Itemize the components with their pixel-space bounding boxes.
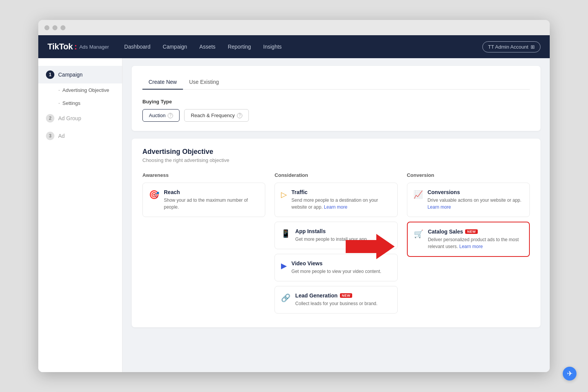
video-views-title: Video Views — [291, 260, 381, 266]
catalog-sales-icon: 🛒 — [414, 229, 423, 238]
obj-card-traffic[interactable]: ▷ Traffic Send more people to a destinat… — [274, 183, 397, 217]
catalog-sales-content: Catalog Sales NEW Deliver personalized p… — [428, 229, 523, 250]
nav-insights[interactable]: Insights — [263, 44, 282, 50]
app-installs-content: App Installs Get more people to install … — [295, 228, 368, 243]
reach-info-icon[interactable]: ? — [237, 113, 242, 118]
awareness-category: Awareness 🎯 Reach Show your ad to the ma… — [142, 172, 265, 222]
reach-icon: 🎯 — [149, 190, 159, 200]
step-badge-2: 2 — [46, 114, 54, 122]
lead-gen-content: Lead Generation NEW Collect leads for yo… — [295, 292, 377, 307]
nav-links: Dashboard Campaign Assets Reporting Insi… — [124, 44, 482, 50]
auction-info-icon[interactable]: ? — [168, 113, 173, 118]
send-icon: ✈ — [567, 369, 573, 378]
auction-label: Auction — [149, 113, 165, 118]
conversions-content: Conversions Drive valuable actions on yo… — [428, 189, 523, 211]
conversions-title: Conversions — [428, 189, 523, 195]
account-area: TT Admin Account ⊞ — [482, 41, 541, 52]
buying-btn-reach[interactable]: Reach & Frequency ? — [184, 109, 249, 122]
obj-panel: Advertising Objective Choosing the right… — [132, 139, 541, 327]
floating-help-button[interactable]: ✈ — [563, 367, 577, 381]
buying-type-label: Buying Type — [142, 99, 530, 105]
awareness-label: Awareness — [142, 172, 265, 178]
video-views-icon: ▶ — [281, 261, 287, 270]
conversions-icon: 📈 — [413, 190, 423, 199]
catalog-sales-new-badge: NEW — [465, 229, 478, 234]
obj-subtitle: Choosing the right advertising objective — [142, 157, 530, 163]
sub-label-settings: Settings — [62, 100, 80, 106]
traffic-light-1 — [44, 25, 49, 30]
app-installs-title: App Installs — [295, 228, 368, 234]
content-area: Create New Use Existing Buying Type Auct… — [122, 58, 550, 372]
tab-create-new[interactable]: Create New — [142, 75, 183, 90]
reach-desc: Show your ad to the maximum number of pe… — [164, 197, 259, 211]
sidebar-sub-advertising-objective[interactable]: Advertising Objective — [38, 83, 122, 96]
tab-row: Create New Use Existing — [142, 75, 530, 90]
nav-dashboard[interactable]: Dashboard — [124, 44, 151, 50]
nav-reporting[interactable]: Reporting — [228, 44, 251, 50]
obj-categories: Awareness 🎯 Reach Show your ad to the ma… — [142, 172, 530, 318]
nav-campaign[interactable]: Campaign — [163, 44, 187, 50]
conversion-label: Conversion — [407, 172, 530, 178]
consideration-label: Consideration — [274, 172, 397, 178]
obj-card-conversions[interactable]: 📈 Conversions Drive valuable actions on … — [407, 183, 530, 217]
sidebar-label-adgroup: Ad Group — [58, 115, 81, 121]
account-button[interactable]: TT Admin Account ⊞ — [482, 41, 541, 52]
buying-btn-auction[interactable]: Auction ? — [142, 109, 180, 122]
reach-title: Reach — [164, 189, 259, 195]
app-installs-desc: Get more people to install your app. — [295, 236, 368, 243]
catalog-sales-title: Catalog Sales NEW — [428, 229, 523, 235]
video-views-desc: Get more people to view your video conte… — [291, 268, 381, 275]
sidebar-item-campaign[interactable]: 1 Campaign — [38, 66, 122, 83]
catalog-sales-desc: Deliver personalized product ads to the … — [428, 236, 523, 250]
traffic-learn-more[interactable]: Learn more — [324, 204, 347, 210]
obj-card-lead-gen[interactable]: 🔗 Lead Generation NEW Collect leads for … — [274, 286, 397, 314]
sidebar-label-campaign: Campaign — [58, 72, 83, 78]
traffic-desc: Send more people to a destination on you… — [291, 197, 391, 211]
step-badge-1: 1 — [46, 70, 54, 79]
sub-label-advertising: Advertising Objective — [62, 87, 109, 93]
traffic-title: Traffic — [291, 189, 391, 195]
sidebar-item-ad[interactable]: 3 Ad — [38, 127, 122, 145]
lead-gen-desc: Collect leads for your business or brand… — [295, 300, 377, 307]
traffic-content: Traffic Send more people to a destinatio… — [291, 189, 391, 211]
account-label: TT Admin Account — [488, 44, 528, 50]
main-layout: 1 Campaign Advertising Objective Setting… — [38, 58, 550, 372]
reach-content: Reach Show your ad to the maximum number… — [164, 189, 259, 211]
obj-card-reach[interactable]: 🎯 Reach Show your ad to the maximum numb… — [142, 183, 265, 217]
nav-assets[interactable]: Assets — [199, 44, 216, 50]
sidebar-label-ad: Ad — [58, 133, 65, 139]
video-views-content: Video Views Get more people to view your… — [291, 260, 381, 275]
step-badge-3: 3 — [46, 132, 54, 140]
sidebar-item-adgroup[interactable]: 2 Ad Group — [38, 109, 122, 127]
traffic-light-2 — [52, 25, 57, 30]
obj-card-catalog-sales[interactable]: 🛒 Catalog Sales NEW Deliver personalized… — [407, 222, 530, 257]
navbar: TikTok: Ads Manager Dashboard Campaign A… — [38, 35, 550, 58]
obj-card-app-installs[interactable]: 📱 App Installs Get more people to instal… — [274, 222, 397, 249]
obj-title: Advertising Objective — [142, 148, 530, 156]
title-bar — [38, 20, 550, 35]
app-window: TikTok: Ads Manager Dashboard Campaign A… — [38, 20, 550, 372]
conversions-desc: Drive valuable actions on your website o… — [428, 197, 523, 211]
sidebar-sub-settings[interactable]: Settings — [38, 96, 122, 109]
reach-freq-label: Reach & Frequency — [191, 113, 235, 118]
consideration-category: Consideration ▷ Traffic Send more people… — [274, 172, 397, 318]
brand-logo: TikTok: Ads Manager — [47, 42, 109, 52]
conversions-learn-more[interactable]: Learn more — [428, 204, 451, 210]
lead-gen-title: Lead Generation NEW — [295, 292, 377, 299]
brand-tiktok: TikTok — [47, 42, 73, 52]
brand-sub: Ads Manager — [79, 44, 109, 50]
buying-type-row: Auction ? Reach & Frequency ? — [142, 109, 530, 122]
account-icon: ⊞ — [531, 44, 535, 50]
lead-gen-icon: 🔗 — [281, 293, 291, 302]
tab-use-existing[interactable]: Use Existing — [183, 75, 225, 90]
app-installs-icon: 📱 — [281, 229, 291, 238]
traffic-icon: ▷ — [281, 190, 287, 199]
traffic-light-3 — [60, 25, 65, 30]
catalog-sales-learn-more[interactable]: Learn more — [459, 244, 483, 249]
sidebar: 1 Campaign Advertising Objective Setting… — [38, 58, 122, 372]
lead-gen-new-badge: NEW — [340, 293, 353, 298]
brand-dot: : — [74, 42, 77, 52]
conversion-category: Conversion 📈 Conversions Drive valuable … — [407, 172, 530, 261]
top-panel: Create New Use Existing Buying Type Auct… — [132, 66, 541, 131]
obj-card-video-views[interactable]: ▶ Video Views Get more people to view yo… — [274, 254, 397, 281]
